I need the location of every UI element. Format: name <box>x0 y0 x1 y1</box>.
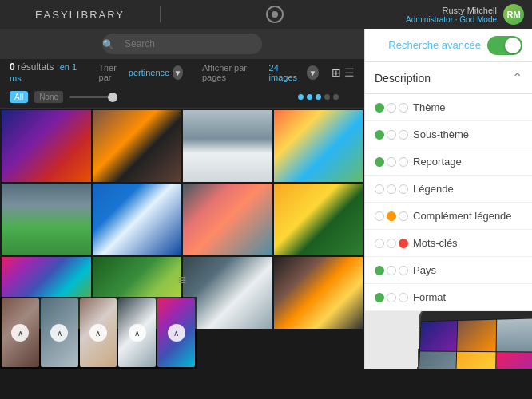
image-cell-2[interactable] <box>93 110 182 182</box>
filter-item-reportage[interactable]: Reportage <box>365 148 532 176</box>
radio-mots-2[interactable] <box>387 239 396 248</box>
image-cell-1[interactable] <box>2 110 91 182</box>
radio-reportage-3[interactable] <box>399 157 408 167</box>
device-cell-4 <box>419 351 455 369</box>
page-dot-1[interactable] <box>298 94 304 100</box>
filmstrip-up-1[interactable]: ∧ <box>11 324 29 342</box>
radio-format-3[interactable] <box>399 293 408 302</box>
filter-item-sous-theme[interactable]: Sous-thème <box>365 121 532 148</box>
radio-complement-2[interactable] <box>387 211 396 221</box>
search-input[interactable] <box>102 34 262 54</box>
device-content <box>418 318 532 369</box>
radio-sous-theme-2[interactable] <box>387 130 396 140</box>
filter-label-format: Format <box>413 291 522 303</box>
advanced-search-toggle[interactable] <box>487 36 522 55</box>
page-label: Afficher par pages <box>202 63 263 82</box>
filmstrip-up-2[interactable]: ∧ <box>50 324 68 342</box>
radio-format-1[interactable] <box>375 293 384 302</box>
device-cell-5 <box>456 351 496 369</box>
radio-legende-1[interactable] <box>375 184 384 194</box>
radio-complement-3[interactable] <box>399 211 408 221</box>
radio-group-legende <box>375 184 408 194</box>
filter-item-format[interactable]: Format <box>365 284 532 311</box>
filter-label-mots-cles: Mots-clés <box>413 237 522 249</box>
sort-label: Trier par <box>99 63 122 82</box>
image-cell-3[interactable] <box>183 110 272 182</box>
device-cell-2 <box>457 320 497 351</box>
list-view-button[interactable]: ☰ <box>344 66 355 79</box>
gallery-panel: 🔍 0 résultats en 1 ms Trier par pertinen… <box>0 29 364 369</box>
filter-sidebar: Recherche avancée Description ⌃ Thème <box>364 29 532 369</box>
header: EASYLIBRARY Rusty Mitchell Administrator… <box>0 0 532 29</box>
radio-mots-3[interactable] <box>399 239 408 248</box>
radio-theme-3[interactable] <box>399 103 408 113</box>
radio-complement-1[interactable] <box>375 211 384 221</box>
image-cell-7[interactable] <box>183 184 272 255</box>
grid-view-button[interactable]: ⊞ <box>332 66 341 79</box>
radio-pays-1[interactable] <box>375 266 384 275</box>
radio-theme-1[interactable] <box>375 103 384 113</box>
filter-item-theme[interactable]: Thème <box>365 94 532 121</box>
filmstrip-item-5[interactable]: ∧ <box>157 298 195 367</box>
image-cell-8[interactable] <box>274 184 363 255</box>
filter-tag-all[interactable]: All <box>10 91 28 103</box>
filmstrip-item-2[interactable]: ∧ <box>41 298 78 367</box>
filter-slider <box>69 96 117 98</box>
radio-format-2[interactable] <box>387 293 396 302</box>
radio-mots-1[interactable] <box>375 239 384 248</box>
filmstrip-up-5[interactable]: ∧ <box>168 324 185 342</box>
radio-theme-2[interactable] <box>387 103 396 113</box>
device-cell-6 <box>496 352 532 369</box>
filmstrip-item-1[interactable]: ∧ <box>2 298 39 367</box>
filter-item-legende[interactable]: Légende <box>365 176 532 203</box>
image-cell-6[interactable] <box>93 184 182 255</box>
radio-group-reportage <box>375 157 408 167</box>
image-cell-5[interactable] <box>2 184 91 255</box>
device-cell-3 <box>497 318 532 351</box>
search-bar: 🔍 <box>0 29 364 59</box>
filter-label-reportage: Reportage <box>413 156 522 168</box>
filter-tag-none[interactable]: None <box>34 91 63 103</box>
page-dot-3[interactable] <box>316 94 321 100</box>
sort-dropdown-button[interactable]: ▼ <box>173 65 183 80</box>
equalizer-icon: ≡ <box>178 272 187 289</box>
avatar[interactable]: RM <box>503 4 524 25</box>
radio-pays-3[interactable] <box>399 266 408 275</box>
radio-reportage-2[interactable] <box>387 157 396 167</box>
collapse-icon[interactable]: ⌃ <box>512 70 522 85</box>
radio-sous-theme-1[interactable] <box>375 130 384 140</box>
page-dot-2[interactable] <box>307 94 312 100</box>
page-dot-4[interactable] <box>324 94 330 100</box>
page-value: 24 images <box>269 63 304 82</box>
advanced-search-label[interactable]: Recherche avancée <box>388 39 481 51</box>
radio-pays-2[interactable] <box>387 266 396 275</box>
image-cell-4[interactable] <box>274 110 363 182</box>
slider-thumb[interactable] <box>108 93 117 102</box>
device-mockup: 0 résultats <box>417 311 532 369</box>
page-dot-5[interactable] <box>333 94 339 100</box>
radio-reportage-1[interactable] <box>375 157 384 167</box>
image-cell-12[interactable] <box>274 257 363 329</box>
record-button[interactable] <box>266 6 284 23</box>
filter-label-complement: Complément légende <box>413 210 522 222</box>
slider-track[interactable] <box>69 96 117 98</box>
radio-sous-theme-3[interactable] <box>399 130 408 140</box>
filter-item-pays[interactable]: Pays <box>365 257 532 284</box>
radio-legende-2[interactable] <box>387 184 396 194</box>
radio-group-sous-theme <box>375 130 408 140</box>
radio-group-format <box>375 293 408 302</box>
device-mockup-area: 0 résultats <box>365 311 532 369</box>
filter-item-mots-cles[interactable]: Mots-clés <box>365 230 532 257</box>
page-dropdown-button[interactable]: ▼ <box>307 65 319 80</box>
user-name: Rusty Mitchell <box>406 6 497 15</box>
filmstrip-up-4[interactable]: ∧ <box>129 324 146 342</box>
toggle-knob <box>505 38 521 53</box>
filter-item-complement[interactable]: Complément légende <box>365 203 532 230</box>
radio-group-mots-cles <box>375 239 408 248</box>
filmstrip-item-3[interactable]: ∧ <box>80 298 117 367</box>
radio-legende-3[interactable] <box>399 184 408 194</box>
filmstrip-item-4[interactable]: ∧ <box>118 298 156 367</box>
filter-label-sous-theme: Sous-thème <box>413 128 522 140</box>
filmstrip-up-3[interactable]: ∧ <box>89 324 107 342</box>
user-info-area: Rusty Mitchell Administrator · God Mode … <box>388 4 532 25</box>
